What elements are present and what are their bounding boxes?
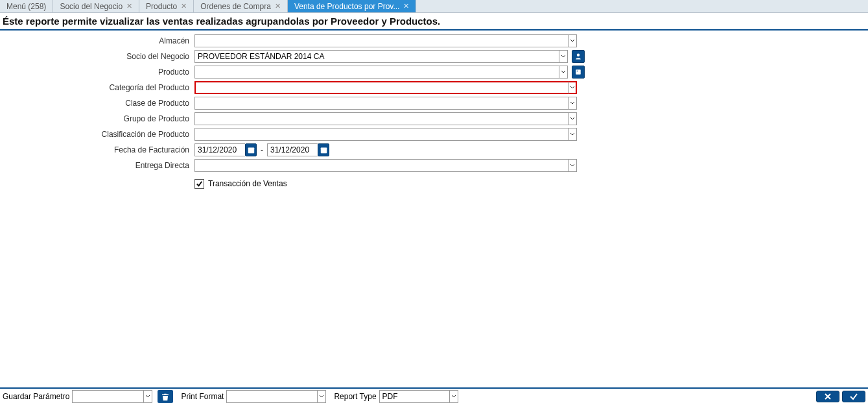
label-socio: Socio del Negocio [0, 52, 194, 61]
label-clase: Clase de Producto [0, 99, 194, 108]
input-grupo[interactable] [194, 112, 568, 125]
input-producto[interactable] [194, 66, 559, 79]
date-to [267, 143, 329, 156]
dropdown-icon[interactable] [559, 50, 568, 63]
input-clasificacion[interactable] [194, 128, 568, 141]
input-fecha-to[interactable] [267, 143, 318, 156]
dropdown-icon[interactable] [568, 128, 577, 141]
combo-entrega [194, 159, 577, 172]
label-print-format: Print Format [178, 392, 226, 401]
calendar-icon[interactable] [245, 143, 257, 156]
combo-almacen [194, 34, 577, 47]
calendar-icon[interactable] [318, 143, 329, 156]
svg-point-0 [577, 54, 580, 57]
report-description: Éste reporte permite vizualizar las vent… [0, 13, 868, 31]
combo-report-type [379, 390, 458, 403]
label-guardar-parametro: Guardar Parámetro [0, 392, 72, 401]
delete-parameter-button[interactable] [158, 390, 173, 403]
label-producto: Producto [0, 67, 194, 77]
label-fecha-facturacion: Fecha de Facturación [0, 145, 194, 154]
dropdown-icon[interactable] [568, 97, 577, 110]
report-form: Almacén Socio del Negocio Produ [0, 33, 868, 191]
svg-rect-1 [576, 69, 581, 75]
close-icon[interactable]: ✕ [403, 2, 409, 10]
svg-rect-4 [248, 147, 253, 149]
svg-rect-2 [577, 71, 578, 72]
cancel-button[interactable] [816, 391, 839, 402]
combo-print-format [226, 390, 326, 403]
label-grupo: Grupo de Producto [0, 114, 194, 123]
dropdown-icon[interactable] [568, 112, 577, 125]
input-socio[interactable] [194, 50, 559, 63]
dropdown-icon[interactable] [559, 66, 568, 79]
input-guardar-parametro[interactable] [72, 390, 143, 403]
combo-clasificacion [194, 128, 577, 141]
dropdown-icon[interactable] [568, 159, 577, 172]
label-entrega: Entrega Directa [0, 161, 194, 170]
footer-toolbar: Guardar Parámetro Print Format Report Ty… [0, 387, 868, 403]
label-almacen: Almacén [0, 36, 194, 45]
checkbox-transaccion-ventas[interactable] [194, 179, 204, 189]
date-range-separator: - [261, 145, 263, 154]
dropdown-icon[interactable] [317, 390, 326, 403]
input-report-type[interactable] [379, 390, 449, 403]
tab-bar: Menú (258) Socio del Negocio ✕ Producto … [0, 0, 868, 13]
tab-label: Venta de Productos por Prov... [294, 2, 400, 11]
label-categoria: Categoría del Producto [0, 83, 194, 92]
tab-producto[interactable]: Producto ✕ [139, 0, 194, 12]
combo-categoria [194, 81, 577, 94]
label-report-type: Report Type [331, 392, 379, 401]
tab-socio[interactable]: Socio del Negocio ✕ [53, 0, 139, 12]
combo-grupo [194, 112, 577, 125]
tab-label: Socio del Negocio [60, 2, 123, 11]
input-print-format[interactable] [226, 390, 317, 403]
close-icon[interactable]: ✕ [275, 2, 281, 10]
combo-producto [194, 66, 568, 79]
combo-socio [194, 50, 568, 63]
input-almacen[interactable] [194, 34, 568, 47]
dropdown-icon[interactable] [568, 81, 577, 94]
label-clasificacion: Clasificación de Producto [0, 130, 194, 139]
tab-label: Producto [146, 2, 177, 11]
combo-guardar-parametro [72, 390, 152, 403]
tab-ordenes[interactable]: Ordenes de Compra ✕ [194, 0, 288, 12]
input-clase[interactable] [194, 97, 568, 110]
ok-button[interactable] [842, 391, 865, 402]
svg-rect-6 [320, 147, 326, 149]
dropdown-icon[interactable] [143, 390, 152, 403]
input-categoria[interactable] [194, 81, 568, 94]
input-entrega[interactable] [194, 159, 568, 172]
label-transaccion-ventas: Transacción de Ventas [208, 179, 287, 188]
tab-label: Ordenes de Compra [200, 2, 271, 11]
input-fecha-from[interactable] [194, 143, 245, 156]
lookup-socio-button[interactable] [572, 50, 585, 63]
dropdown-icon[interactable] [568, 34, 577, 47]
date-from [194, 143, 257, 156]
close-icon[interactable]: ✕ [181, 2, 187, 10]
lookup-producto-button[interactable] [572, 66, 585, 79]
dropdown-icon[interactable] [449, 390, 458, 403]
tab-label: Menú (258) [6, 2, 46, 11]
tab-menu[interactable]: Menú (258) [0, 0, 53, 12]
tab-venta-prov[interactable]: Venta de Productos por Prov... ✕ [288, 0, 417, 12]
close-icon[interactable]: ✕ [126, 2, 132, 10]
combo-clase [194, 97, 577, 110]
